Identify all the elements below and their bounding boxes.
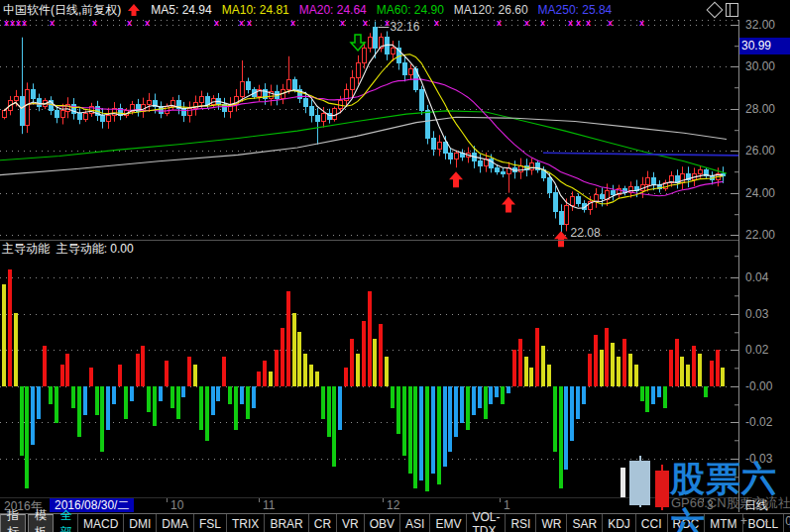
indicator-header: 主导动能 主导动能: 0.00 [2, 241, 134, 258]
tab-brar[interactable]: BRAR [265, 514, 308, 532]
price-tick-label: 30.00 [745, 59, 789, 73]
price-tick-label: 24.00 [745, 186, 789, 200]
indicator-tick-label: 0.04 [745, 270, 789, 284]
magenta-signal-marker: x [50, 20, 55, 26]
magenta-signal-marker: x [214, 20, 219, 26]
month-tick [259, 498, 260, 502]
magenta-signal-marker: x [608, 20, 613, 26]
magenta-signal-marker: x [127, 20, 132, 26]
toolbar-button-指标[interactable]: 指标 [0, 514, 26, 532]
zoom-control--[interactable]: - [764, 514, 768, 528]
magenta-signal-marker: x [22, 20, 27, 26]
zoom-control-+[interactable]: + [740, 514, 747, 528]
month-label-1: 1 [504, 498, 510, 512]
tab-vr[interactable]: VR [337, 514, 365, 532]
tab-wr[interactable]: WR [536, 514, 567, 532]
magenta-signal-marker: x [434, 20, 439, 26]
magenta-signal-marker: x [340, 20, 345, 26]
price-axis-line [738, 20, 739, 512]
magenta-signal-marker: x [385, 20, 390, 26]
cursor-price-box: 30.99 [739, 38, 790, 54]
month-label-11: 11 [263, 498, 275, 512]
stock-app-window: 中国软件(日线,前复权) MA5: 24.94MA10: 24.81MA20: … [0, 0, 790, 532]
tab-sar[interactable]: SAR [567, 514, 603, 532]
month-label-12: 12 [387, 498, 399, 512]
magenta-signal-marker: x [524, 20, 529, 26]
tab-asi[interactable]: ASI [400, 514, 430, 532]
tab-roc[interactable]: ROC [668, 514, 706, 532]
magenta-signal-marker: x [16, 20, 21, 26]
month-tick [500, 498, 501, 502]
tab-dmi[interactable]: DMI [124, 514, 157, 532]
indicator-tick-label: 0.02 [745, 343, 789, 357]
tab-emv[interactable]: EMV [430, 514, 467, 532]
month-tick [383, 498, 384, 502]
tab-vol-tdx[interactable]: VOL-TDX [467, 514, 506, 532]
indicator-tick-label: 0.03 [745, 307, 789, 321]
magenta-signal-marker: x [92, 20, 97, 26]
magenta-signal-marker: x [10, 20, 15, 26]
magenta-signal-marker: x [290, 20, 295, 26]
magenta-signal-marker: x [247, 20, 252, 26]
chart-canvas [0, 0, 790, 532]
indicator-readout-label: 主导动能: [56, 242, 107, 256]
indicator-name: 主导动能 [2, 242, 50, 256]
price-tick-label: 22.00 [745, 228, 789, 242]
month-label-10: 10 [170, 498, 183, 512]
indicator-tick-label: -0.02 [745, 415, 789, 429]
month-tick [703, 498, 704, 502]
tab-obv[interactable]: OBV [365, 514, 400, 532]
tab-mtm[interactable]: MTM [705, 514, 742, 532]
tab-rsi[interactable]: RSI [506, 514, 536, 532]
magenta-signal-marker: x [497, 20, 502, 26]
magenta-signal-marker: x [239, 20, 244, 26]
month-label-3: 3 [707, 498, 714, 512]
magenta-signal-marker: x [540, 20, 545, 26]
tab-kdj[interactable]: KDJ [603, 514, 636, 532]
zoom-controls: +-0 [738, 514, 790, 528]
period-indicator[interactable]: 日线 [744, 497, 768, 514]
magenta-signal-marker: x [145, 20, 150, 26]
magenta-signal-marker: x [576, 20, 581, 26]
tab-macd[interactable]: MACD [78, 514, 124, 532]
toolbar-button-模板[interactable]: 模板 [28, 514, 54, 532]
tab-cci[interactable]: CCI [636, 514, 668, 532]
tab-dma[interactable]: DMA [157, 514, 194, 532]
tab-cr[interactable]: CR [309, 514, 337, 532]
indicator-readout-value: 0.00 [110, 242, 133, 256]
price-tick-label: 28.00 [745, 102, 789, 116]
tab-fsl[interactable]: FSL [194, 514, 227, 532]
price-tick-label: 26.00 [745, 144, 789, 158]
magenta-signal-marker: x [568, 20, 573, 26]
tab-all-active[interactable]: 全部 [56, 514, 78, 532]
magenta-signal-marker: x [639, 20, 644, 26]
indicator-toolbar: 指标模板全部MACDDMIDMAFSLTRIXBRARCRVROBVASIEMV… [0, 513, 790, 532]
indicator-tick-label: -0.00 [745, 379, 789, 393]
month-tick [167, 498, 168, 502]
low-price-annotation: 22.08 [571, 226, 601, 240]
magenta-signal-marker: x [4, 20, 9, 26]
timeline-bar[interactable]: 2016年 2016/08/30/二 10111213 [0, 498, 738, 512]
magenta-signal-marker: x [363, 20, 368, 26]
tab-trix[interactable]: TRIX [227, 514, 265, 532]
price-tick-label: 32.00 [745, 18, 789, 32]
magenta-signal-marker: x [586, 20, 591, 26]
peak-price-annotation: 32.16 [390, 20, 419, 34]
indicator-tick-label: -0.03 [745, 452, 789, 466]
zoom-control-0[interactable]: 0 [785, 514, 790, 528]
